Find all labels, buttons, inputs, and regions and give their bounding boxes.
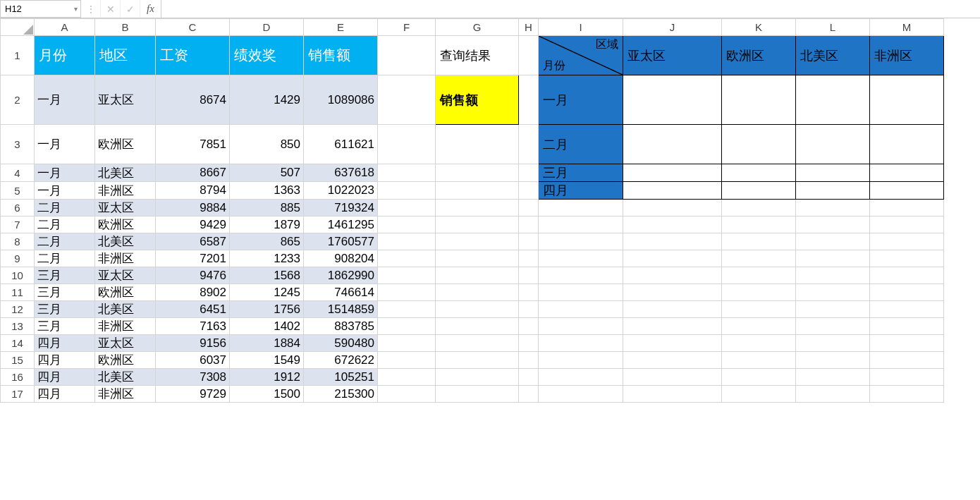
cell[interactable] xyxy=(539,217,623,233)
table-cell[interactable]: 非洲区 xyxy=(95,182,156,200)
cell[interactable] xyxy=(378,36,436,75)
cell[interactable] xyxy=(436,200,519,217)
row-header[interactable]: 17 xyxy=(1,386,35,403)
table-cell[interactable]: 非洲区 xyxy=(95,386,156,403)
pivot-col-header[interactable]: 北美区 xyxy=(796,36,870,75)
cell[interactable] xyxy=(722,267,796,284)
cell[interactable] xyxy=(870,200,944,217)
table-cell[interactable]: 1862990 xyxy=(304,267,378,284)
cell[interactable] xyxy=(519,200,539,217)
table-cell[interactable]: 1233 xyxy=(230,250,304,267)
name-box-dropdown-icon[interactable]: ▾ xyxy=(74,5,78,13)
row-header[interactable]: 2 xyxy=(1,75,35,125)
cell[interactable] xyxy=(378,164,436,182)
cell[interactable] xyxy=(436,217,519,233)
cell[interactable] xyxy=(519,335,539,352)
table-cell[interactable]: 欧洲区 xyxy=(95,352,156,369)
table-cell[interactable]: 一月 xyxy=(35,164,95,182)
cell[interactable] xyxy=(722,233,796,250)
column-header[interactable]: D xyxy=(230,19,304,36)
cell[interactable] xyxy=(378,217,436,233)
pivot-cell[interactable] xyxy=(722,164,796,182)
cell[interactable] xyxy=(519,369,539,386)
pivot-cell[interactable] xyxy=(796,75,870,125)
table-header[interactable]: 工资 xyxy=(156,36,230,75)
table-cell[interactable]: 9156 xyxy=(156,335,230,352)
cell[interactable] xyxy=(378,284,436,301)
table-cell[interactable]: 四月 xyxy=(35,386,95,403)
cell[interactable] xyxy=(870,386,944,403)
cell[interactable] xyxy=(623,352,722,369)
table-cell[interactable]: 四月 xyxy=(35,335,95,352)
cell[interactable] xyxy=(870,233,944,250)
pivot-cell[interactable] xyxy=(796,164,870,182)
cell[interactable] xyxy=(539,233,623,250)
cell[interactable] xyxy=(519,284,539,301)
pivot-cell[interactable] xyxy=(870,125,944,164)
table-cell[interactable]: 611621 xyxy=(304,125,378,164)
table-cell[interactable]: 1500 xyxy=(230,386,304,403)
cell[interactable] xyxy=(378,250,436,267)
table-cell[interactable]: 1514859 xyxy=(304,301,378,318)
table-cell[interactable]: 欧洲区 xyxy=(95,125,156,164)
pivot-row-header[interactable]: 四月 xyxy=(539,182,623,200)
cell[interactable] xyxy=(722,369,796,386)
pivot-cell[interactable] xyxy=(722,182,796,200)
row-header[interactable]: 5 xyxy=(1,182,35,200)
table-cell[interactable]: 非洲区 xyxy=(95,318,156,335)
table-cell[interactable]: 一月 xyxy=(35,125,95,164)
cell[interactable] xyxy=(519,250,539,267)
cell[interactable] xyxy=(722,335,796,352)
table-cell[interactable]: 8674 xyxy=(156,75,230,125)
cell[interactable] xyxy=(436,369,519,386)
table-cell[interactable]: 719324 xyxy=(304,200,378,217)
column-header[interactable]: C xyxy=(156,19,230,36)
table-cell[interactable]: 二月 xyxy=(35,200,95,217)
cell[interactable] xyxy=(623,233,722,250)
table-cell[interactable]: 672622 xyxy=(304,352,378,369)
cell[interactable] xyxy=(519,233,539,250)
cell[interactable] xyxy=(436,250,519,267)
table-cell[interactable]: 105251 xyxy=(304,369,378,386)
table-cell[interactable]: 一月 xyxy=(35,75,95,125)
cell[interactable] xyxy=(623,386,722,403)
lookup-value[interactable]: 销售额 xyxy=(436,75,519,125)
cell[interactable] xyxy=(796,369,870,386)
cell[interactable] xyxy=(623,200,722,217)
table-cell[interactable]: 亚太区 xyxy=(95,335,156,352)
worksheet-grid[interactable]: ABCDEFGHIJKLM1月份地区工资绩效奖销售额查询结果区域月份亚太区欧洲区… xyxy=(0,18,944,403)
cell[interactable] xyxy=(519,75,539,125)
cell[interactable] xyxy=(378,182,436,200)
fx-icon[interactable]: fx xyxy=(140,0,161,18)
row-header[interactable]: 6 xyxy=(1,200,35,217)
table-header[interactable]: 销售额 xyxy=(304,36,378,75)
table-cell[interactable]: 四月 xyxy=(35,352,95,369)
cell[interactable] xyxy=(539,386,623,403)
spreadsheet-area[interactable]: ABCDEFGHIJKLM1月份地区工资绩效奖销售额查询结果区域月份亚太区欧洲区… xyxy=(0,18,980,403)
cell[interactable] xyxy=(870,335,944,352)
row-header[interactable]: 10 xyxy=(1,267,35,284)
column-header[interactable]: F xyxy=(378,19,436,36)
cell[interactable] xyxy=(378,301,436,318)
cell[interactable] xyxy=(378,335,436,352)
cell[interactable] xyxy=(519,164,539,182)
row-header[interactable]: 4 xyxy=(1,164,35,182)
cell[interactable] xyxy=(870,352,944,369)
cell[interactable] xyxy=(436,318,519,335)
cell[interactable] xyxy=(796,335,870,352)
row-header[interactable]: 14 xyxy=(1,335,35,352)
cell[interactable] xyxy=(796,352,870,369)
cell[interactable] xyxy=(436,164,519,182)
table-cell[interactable]: 北美区 xyxy=(95,164,156,182)
cell[interactable] xyxy=(436,267,519,284)
pivot-cell[interactable] xyxy=(623,182,722,200)
table-cell[interactable]: 1756 xyxy=(230,301,304,318)
table-cell[interactable]: 三月 xyxy=(35,267,95,284)
cell[interactable] xyxy=(378,386,436,403)
name-box[interactable]: H12 ▾ xyxy=(0,0,81,18)
cell[interactable] xyxy=(519,352,539,369)
cell[interactable] xyxy=(378,267,436,284)
table-cell[interactable]: 北美区 xyxy=(95,233,156,250)
cell[interactable] xyxy=(870,301,944,318)
table-cell[interactable]: 三月 xyxy=(35,301,95,318)
